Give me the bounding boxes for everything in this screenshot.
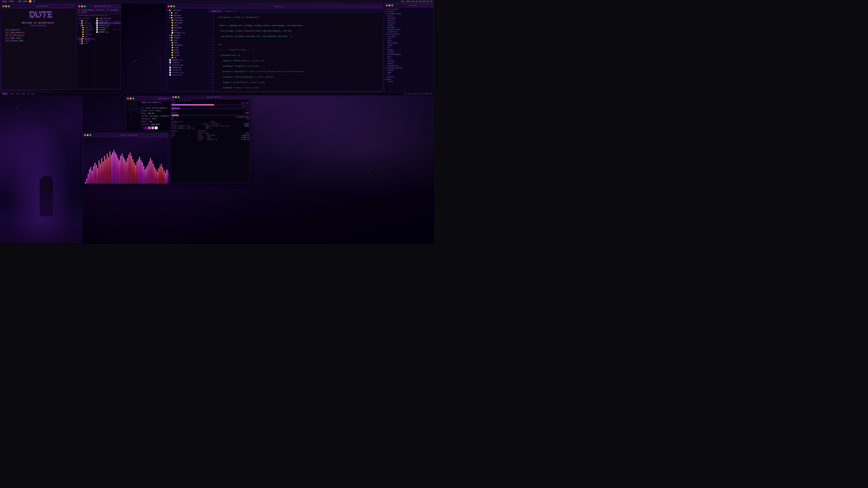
rp-sys-grub[interactable]: grubDevice <box>384 31 433 33</box>
sb-shell[interactable]: 📁 shell <box>166 51 208 54</box>
rp-np-system[interactable]: system <box>384 69 433 71</box>
rp-user-wm[interactable]: wm <box>384 46 433 49</box>
bottom-ws-tag[interactable]: Tech <box>2 93 8 95</box>
close-button[interactable] <box>2 5 4 7</box>
file-readme[interactable]: 📄README.org <box>95 31 121 33</box>
nav-item-history[interactable]: [$ h] [History] <box>5 34 71 37</box>
sb-worklab[interactable]: 📁 worklab <box>166 26 208 29</box>
workspace-tag[interactable]: Tech <box>1 0 7 3</box>
rp-user-email[interactable]: email <box>384 40 433 42</box>
tree-work[interactable]: 📁 work <box>77 31 95 33</box>
ed-max-button[interactable] <box>173 5 175 7</box>
rp-user-name[interactable]: name <box>384 37 433 40</box>
rp-sys-profile[interactable]: profile <box>384 20 433 22</box>
tree-patches[interactable]: ▶📁 patches <box>77 22 95 24</box>
sb-flake-nix[interactable]: 📄 flake.nix <box>166 66 208 69</box>
sb-install-org[interactable]: 📄 install.org <box>166 71 208 74</box>
sm-close[interactable] <box>172 96 174 98</box>
rp-sys-bootmode[interactable]: bootMode <box>384 26 433 29</box>
nav-item-quickmarks[interactable]: [b] [Quickmarks] <box>5 32 71 34</box>
rp-nixpkgs[interactable]: ▼nixpkgs-patched <box>384 67 433 69</box>
rp-np-patches[interactable]: patches <box>384 76 433 78</box>
rp-user-username[interactable]: username <box>384 35 433 37</box>
sb-app[interactable]: 📁 app <box>166 41 208 44</box>
tree-homelab[interactable]: 📁 home.lab <box>77 26 95 29</box>
rp-sys-hostname[interactable]: hostname <box>384 17 433 20</box>
file-flake-lock[interactable]: 📄flake.lock27.5 K <box>95 20 121 22</box>
sb-system[interactable]: ▶📁 system <box>166 34 208 36</box>
file-flake-nix[interactable]: 📄flake.nix2.26 K <box>95 22 121 24</box>
sb-harden[interactable]: 📄 harden.sh <box>166 69 208 71</box>
rp-user-term[interactable]: term <box>384 56 433 58</box>
sb-desktop-png[interactable]: 🖼 desktop.png <box>166 64 208 66</box>
rp-sys-locale[interactable]: locale <box>384 24 433 26</box>
min-button[interactable] <box>5 5 7 7</box>
tree-themes[interactable]: ▶📁 themes <box>77 40 95 42</box>
sb-homelab[interactable]: 📁 home.lab <box>166 19 208 22</box>
rp-usersettings[interactable]: ▼userSettings <box>384 33 433 35</box>
sb-readme2[interactable]: 📄 README.org <box>166 31 208 34</box>
max-button[interactable] <box>8 5 10 7</box>
file-install-org[interactable]: 📄install.org <box>95 24 121 26</box>
nf-max[interactable] <box>132 98 134 99</box>
sb-personal[interactable]: 📁 personal <box>166 22 208 24</box>
sb-lang[interactable]: 📁 lang <box>166 46 208 49</box>
sb-install-sh[interactable]: 📄 install.sh <box>166 74 208 76</box>
tree-user[interactable]: ▶📁 user <box>77 42 95 44</box>
ed-close-button[interactable] <box>168 5 169 7</box>
file-license[interactable]: 📄LICENSE34.2 K <box>95 29 121 31</box>
code-content[interactable]: description = "Flake of LibrePhoenix"; o… <box>215 13 383 91</box>
rp-outputs[interactable]: ▶outputs <box>384 10 433 13</box>
sb-license[interactable]: 📄 LICENSE <box>166 61 208 64</box>
rp-user-dotfilesdir[interactable]: dotfilesDir <box>384 42 433 44</box>
sb-git[interactable]: ▶📁 .git <box>166 11 208 14</box>
sb-work[interactable]: 📁 work <box>166 24 208 26</box>
tab-readme[interactable]: README.org <box>223 10 238 13</box>
rp-user-editor[interactable]: editor <box>384 62 433 65</box>
ed-min-button[interactable] <box>170 5 172 7</box>
nf-min[interactable] <box>130 98 131 99</box>
sb-hardware[interactable]: 📁 hardware <box>166 44 208 46</box>
rp-user-browser[interactable]: browser <box>384 51 433 53</box>
rp-max-button[interactable] <box>391 4 393 6</box>
rp-syssettings[interactable]: ▼systemSettings <box>384 13 433 15</box>
tree-git[interactable]: ▶📁 .git <box>77 20 95 22</box>
file-install-sh[interactable]: 📄install.sh <box>95 26 121 29</box>
sm-max[interactable] <box>178 96 180 98</box>
tree-system[interactable]: ▶📁 system <box>77 38 95 40</box>
mv-max[interactable] <box>90 134 91 136</box>
tree-worklab[interactable]: 📁 worklab <box>77 33 95 35</box>
rp-close-button[interactable] <box>386 4 388 6</box>
sb-patches[interactable]: ▶📁 patches <box>166 14 208 17</box>
rp-user-spawneditor[interactable]: spawnEditor <box>384 65 433 67</box>
sb-themes[interactable]: ▼📁 themes <box>166 36 208 39</box>
sb-profiles[interactable]: ▼📁 profiles <box>166 17 208 19</box>
nf-close[interactable] <box>127 98 129 99</box>
rp-user-fontpkg[interactable]: fontPkg <box>384 60 433 62</box>
sb-wsl[interactable]: 📁 wsl <box>166 29 208 31</box>
nav-item-close[interactable]: [x] [Close tab] <box>5 40 71 42</box>
tree-dotfiles[interactable]: ▼🗂 .dotfiles <box>77 18 95 20</box>
rp-min-button[interactable] <box>389 4 391 6</box>
rp-user-font[interactable]: font <box>384 58 433 60</box>
fm-max-button[interactable] <box>84 5 86 7</box>
rp-np-name[interactable]: name <box>384 71 433 74</box>
rp-pkgs-system[interactable]: system <box>384 80 433 83</box>
rp-sys-bootmount[interactable]: bootMountPath <box>384 29 433 31</box>
sb-wm[interactable]: 📁 wm <box>166 56 208 59</box>
nav-item-newtab[interactable]: [t] [New tab] <box>5 37 71 39</box>
rp-pkgs[interactable]: ▼pkgs <box>384 78 433 80</box>
rp-description[interactable]: ▶description <box>384 8 433 10</box>
rp-sys-system[interactable]: system <box>384 15 433 17</box>
tree-wsl[interactable]: 📁 wsl <box>77 35 95 38</box>
sb-pkgs[interactable]: 📁 pkgs <box>166 49 208 51</box>
tree-personal[interactable]: 📁 personal <box>77 29 95 31</box>
sm-min[interactable] <box>175 96 177 98</box>
fm-close-button[interactable] <box>79 5 80 7</box>
sb-readme3[interactable]: 📄 README.org <box>166 59 208 61</box>
fm-min-button[interactable] <box>81 5 83 7</box>
sb-user[interactable]: ▼📁 user <box>166 39 208 41</box>
rp-np-src[interactable]: src <box>384 74 433 76</box>
tab-flake-nix[interactable]: flake.nix <box>209 9 223 13</box>
nav-item-search[interactable]: [o] [Search] <box>5 29 71 31</box>
